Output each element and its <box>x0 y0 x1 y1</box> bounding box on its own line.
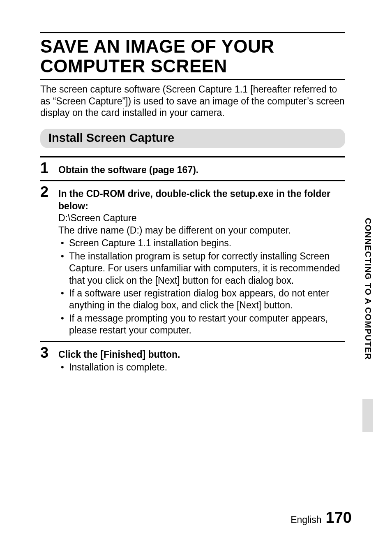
footer-page-number: 170 <box>326 509 352 527</box>
step-heading: In the CD-ROM drive, double-click the se… <box>58 188 345 212</box>
section-heading: Install Screen Capture <box>48 131 337 145</box>
step-separator <box>40 341 345 342</box>
step-bullets: Installation is complete. <box>58 361 345 373</box>
step-bullets: Screen Capture 1.1 installation begins. … <box>58 237 345 337</box>
side-tab-label: CONNECTING TO A COMPUTER <box>363 218 373 360</box>
list-item: Installation is complete. <box>58 361 345 373</box>
page-content: SAVE AN IMAGE OF YOUR COMPUTER SCREEN Th… <box>40 32 345 374</box>
page-footer: English 170 <box>291 509 352 527</box>
side-tab-block <box>362 399 373 432</box>
step-1: 1 Obtain the software (page 167). <box>40 159 345 176</box>
rule-top <box>40 32 345 33</box>
step-path: D:\Screen Capture <box>58 212 345 224</box>
intro-paragraph: The screen capture software (Screen Capt… <box>40 83 345 119</box>
list-item: The installation program is setup for co… <box>58 250 345 287</box>
steps-list: 1 Obtain the software (page 167). 2 In t… <box>40 156 345 374</box>
step-number: 3 <box>40 345 53 360</box>
step-body: Click the [Finished] button. Installatio… <box>58 345 345 374</box>
step-body: In the CD-ROM drive, double-click the se… <box>58 185 345 336</box>
list-item: If a message prompting you to restart yo… <box>58 312 345 337</box>
step-separator <box>40 156 345 157</box>
list-item: Screen Capture 1.1 installation begins. <box>58 237 345 249</box>
step-3: 3 Click the [Finished] button. Installat… <box>40 344 345 374</box>
footer-language: English <box>291 514 321 525</box>
step-body: Obtain the software (page 167). <box>58 161 345 176</box>
step-number: 2 <box>40 185 53 199</box>
rule-under-title <box>40 79 345 80</box>
step-number: 1 <box>40 161 53 176</box>
step-heading: Click the [Finished] button. <box>58 349 345 361</box>
list-item: If a software user registration dialog b… <box>58 287 345 312</box>
page-title: SAVE AN IMAGE OF YOUR COMPUTER SCREEN <box>40 36 345 79</box>
section-heading-band: Install Screen Capture <box>40 129 345 148</box>
step-separator <box>40 180 345 181</box>
step-2: 2 In the CD-ROM drive, double-click the … <box>40 183 345 336</box>
step-note: The drive name (D:) may be different on … <box>58 224 345 236</box>
step-heading: Obtain the software (page 167). <box>58 164 198 175</box>
